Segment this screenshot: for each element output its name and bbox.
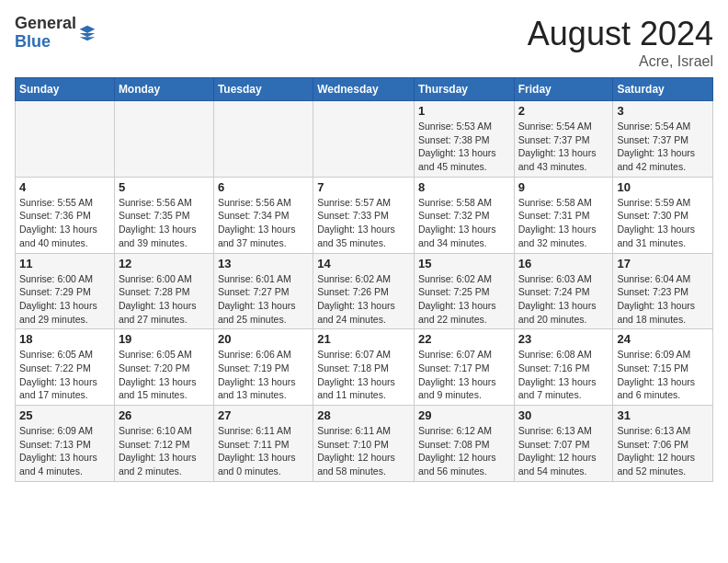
calendar-cell: 13Sunrise: 6:01 AM Sunset: 7:27 PM Dayli… — [213, 253, 313, 329]
weekday-header-row: SundayMondayTuesdayWednesdayThursdayFrid… — [16, 78, 713, 101]
day-number: 13 — [218, 257, 309, 270]
calendar-table: SundayMondayTuesdayWednesdayThursdayFrid… — [15, 77, 713, 482]
day-number: 4 — [19, 180, 110, 194]
day-info: Sunrise: 6:11 AM Sunset: 7:11 PM Dayligh… — [218, 424, 309, 478]
day-number: 16 — [518, 257, 609, 270]
day-info: Sunrise: 6:08 AM Sunset: 7:16 PM Dayligh… — [518, 348, 609, 402]
calendar-cell: 12Sunrise: 6:00 AM Sunset: 7:28 PM Dayli… — [114, 253, 213, 329]
page-header: General Blue August 2024 Acre, Israel — [15, 15, 713, 70]
day-number: 5 — [119, 180, 210, 194]
day-number: 14 — [317, 257, 410, 270]
day-number: 2 — [518, 104, 609, 118]
day-number: 9 — [518, 180, 609, 194]
day-info: Sunrise: 6:11 AM Sunset: 7:10 PM Dayligh… — [317, 424, 410, 478]
weekday-header-wednesday: Wednesday — [313, 78, 415, 101]
day-number: 17 — [617, 257, 709, 270]
calendar-cell: 28Sunrise: 6:11 AM Sunset: 7:10 PM Dayli… — [313, 406, 415, 482]
calendar-cell: 9Sunrise: 5:58 AM Sunset: 7:31 PM Daylig… — [514, 177, 613, 253]
calendar-cell: 20Sunrise: 6:06 AM Sunset: 7:19 PM Dayli… — [213, 329, 313, 406]
logo-blue: Blue — [15, 33, 76, 52]
day-info: Sunrise: 5:56 AM Sunset: 7:34 PM Dayligh… — [218, 196, 309, 250]
day-number: 22 — [418, 332, 510, 346]
calendar-cell: 15Sunrise: 6:02 AM Sunset: 7:25 PM Dayli… — [414, 253, 514, 329]
calendar-cell: 4Sunrise: 5:55 AM Sunset: 7:36 PM Daylig… — [16, 177, 115, 253]
day-number: 20 — [218, 332, 309, 346]
day-number: 18 — [19, 332, 110, 346]
day-info: Sunrise: 5:57 AM Sunset: 7:33 PM Dayligh… — [317, 196, 410, 250]
day-info: Sunrise: 5:54 AM Sunset: 7:37 PM Dayligh… — [617, 120, 709, 174]
day-info: Sunrise: 6:05 AM Sunset: 7:20 PM Dayligh… — [119, 348, 210, 402]
month-year: August 2024 — [528, 15, 713, 53]
day-info: Sunrise: 6:07 AM Sunset: 7:17 PM Dayligh… — [418, 348, 510, 402]
day-number: 26 — [119, 408, 210, 422]
day-info: Sunrise: 6:02 AM Sunset: 7:25 PM Dayligh… — [418, 272, 510, 327]
day-number: 12 — [119, 257, 210, 270]
day-info: Sunrise: 5:59 AM Sunset: 7:30 PM Dayligh… — [617, 196, 709, 250]
calendar-week-row: 4Sunrise: 5:55 AM Sunset: 7:36 PM Daylig… — [16, 177, 713, 253]
calendar-cell: 31Sunrise: 6:13 AM Sunset: 7:06 PM Dayli… — [613, 406, 713, 482]
calendar-cell: 24Sunrise: 6:09 AM Sunset: 7:15 PM Dayli… — [613, 329, 713, 406]
weekday-header-friday: Friday — [514, 78, 613, 101]
day-info: Sunrise: 5:53 AM Sunset: 7:38 PM Dayligh… — [418, 120, 510, 174]
day-info: Sunrise: 6:00 AM Sunset: 7:28 PM Dayligh… — [119, 272, 210, 327]
calendar-week-row: 1Sunrise: 5:53 AM Sunset: 7:38 PM Daylig… — [16, 101, 713, 178]
calendar-week-row: 18Sunrise: 6:05 AM Sunset: 7:22 PM Dayli… — [16, 329, 713, 406]
day-number: 27 — [218, 408, 309, 422]
day-number: 21 — [317, 332, 410, 346]
day-number: 15 — [418, 257, 510, 270]
calendar-cell: 25Sunrise: 6:09 AM Sunset: 7:13 PM Dayli… — [16, 406, 115, 482]
weekday-header-thursday: Thursday — [414, 78, 514, 101]
calendar-week-row: 11Sunrise: 6:00 AM Sunset: 7:29 PM Dayli… — [16, 253, 713, 329]
day-info: Sunrise: 6:02 AM Sunset: 7:26 PM Dayligh… — [317, 272, 410, 327]
day-info: Sunrise: 6:13 AM Sunset: 7:07 PM Dayligh… — [518, 424, 609, 478]
calendar-cell — [213, 101, 313, 178]
calendar-cell — [313, 101, 415, 178]
day-info: Sunrise: 6:09 AM Sunset: 7:13 PM Dayligh… — [19, 424, 110, 478]
day-info: Sunrise: 6:03 AM Sunset: 7:24 PM Dayligh… — [518, 272, 609, 327]
logo: General Blue — [15, 15, 97, 52]
calendar-cell: 7Sunrise: 5:57 AM Sunset: 7:33 PM Daylig… — [313, 177, 415, 253]
calendar-cell: 22Sunrise: 6:07 AM Sunset: 7:17 PM Dayli… — [414, 329, 514, 406]
location: Acre, Israel — [528, 53, 713, 70]
day-number: 11 — [19, 257, 110, 270]
day-number: 6 — [218, 180, 309, 194]
day-number: 1 — [418, 104, 510, 118]
day-info: Sunrise: 6:04 AM Sunset: 7:23 PM Dayligh… — [617, 272, 709, 327]
logo-icon — [78, 24, 97, 42]
day-info: Sunrise: 6:10 AM Sunset: 7:12 PM Dayligh… — [119, 424, 210, 478]
day-number: 23 — [518, 332, 609, 346]
weekday-header-sunday: Sunday — [16, 78, 115, 101]
calendar-cell: 19Sunrise: 6:05 AM Sunset: 7:20 PM Dayli… — [114, 329, 213, 406]
calendar-cell — [16, 101, 115, 178]
day-number: 28 — [317, 408, 410, 422]
calendar-cell: 21Sunrise: 6:07 AM Sunset: 7:18 PM Dayli… — [313, 329, 415, 406]
day-info: Sunrise: 6:13 AM Sunset: 7:06 PM Dayligh… — [617, 424, 709, 478]
day-number: 31 — [617, 408, 709, 422]
day-info: Sunrise: 6:01 AM Sunset: 7:27 PM Dayligh… — [218, 272, 309, 327]
calendar-cell: 14Sunrise: 6:02 AM Sunset: 7:26 PM Dayli… — [313, 253, 415, 329]
day-number: 29 — [418, 408, 510, 422]
day-number: 24 — [617, 332, 709, 346]
calendar-cell: 18Sunrise: 6:05 AM Sunset: 7:22 PM Dayli… — [16, 329, 115, 406]
day-info: Sunrise: 6:12 AM Sunset: 7:08 PM Dayligh… — [418, 424, 510, 478]
logo-text: General Blue — [15, 15, 76, 52]
day-info: Sunrise: 5:58 AM Sunset: 7:32 PM Dayligh… — [418, 196, 510, 250]
calendar-cell — [114, 101, 213, 178]
calendar-cell: 17Sunrise: 6:04 AM Sunset: 7:23 PM Dayli… — [613, 253, 713, 329]
day-info: Sunrise: 5:55 AM Sunset: 7:36 PM Dayligh… — [19, 196, 110, 250]
day-number: 25 — [19, 408, 110, 422]
calendar-cell: 10Sunrise: 5:59 AM Sunset: 7:30 PM Dayli… — [613, 177, 713, 253]
day-info: Sunrise: 5:58 AM Sunset: 7:31 PM Dayligh… — [518, 196, 609, 250]
calendar-cell: 1Sunrise: 5:53 AM Sunset: 7:38 PM Daylig… — [414, 101, 514, 178]
calendar-cell: 16Sunrise: 6:03 AM Sunset: 7:24 PM Dayli… — [514, 253, 613, 329]
calendar-cell: 3Sunrise: 5:54 AM Sunset: 7:37 PM Daylig… — [613, 101, 713, 178]
day-number: 19 — [119, 332, 210, 346]
calendar-week-row: 25Sunrise: 6:09 AM Sunset: 7:13 PM Dayli… — [16, 406, 713, 482]
title-block: August 2024 Acre, Israel — [528, 15, 713, 70]
day-info: Sunrise: 6:06 AM Sunset: 7:19 PM Dayligh… — [218, 348, 309, 402]
day-info: Sunrise: 6:00 AM Sunset: 7:29 PM Dayligh… — [19, 272, 110, 327]
calendar-cell: 6Sunrise: 5:56 AM Sunset: 7:34 PM Daylig… — [213, 177, 313, 253]
day-number: 7 — [317, 180, 410, 194]
day-info: Sunrise: 6:05 AM Sunset: 7:22 PM Dayligh… — [19, 348, 110, 402]
weekday-header-tuesday: Tuesday — [213, 78, 313, 101]
